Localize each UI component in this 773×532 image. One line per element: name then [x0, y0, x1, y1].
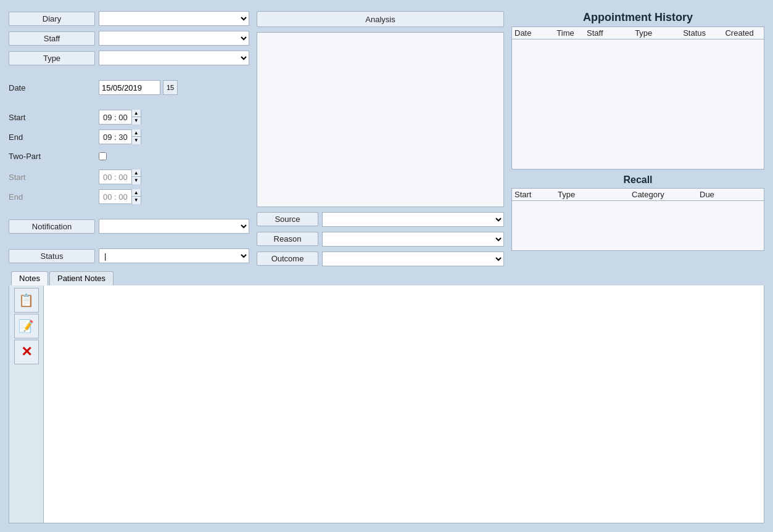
- start2-time-up[interactable]: ▲: [132, 170, 141, 177]
- notes-tabs: Notes Patient Notes: [9, 269, 764, 285]
- notification-row: Notification: [9, 219, 249, 234]
- status-row: Status |: [9, 248, 249, 263]
- diary-button[interactable]: Diary: [9, 12, 95, 26]
- tab-notes[interactable]: Notes: [11, 271, 48, 285]
- start2-time-display: 00 : 00: [99, 173, 131, 182]
- recall-table: Start Type Category Due: [511, 188, 764, 251]
- diary-row: Diary: [9, 11, 249, 26]
- main-notes-area[interactable]: [257, 32, 504, 207]
- end-time-down[interactable]: ▼: [132, 137, 141, 144]
- reason-select[interactable]: [322, 232, 504, 247]
- staff-button[interactable]: Staff: [9, 31, 95, 46]
- notification-select[interactable]: [99, 219, 249, 234]
- start-time-up[interactable]: ▲: [132, 110, 141, 117]
- recall-title: Recall: [511, 174, 764, 186]
- type-button[interactable]: Type: [9, 51, 95, 65]
- edit-note-icon: 📝: [19, 319, 34, 334]
- status-button[interactable]: Status: [9, 249, 95, 263]
- notes-body: 📋 📝 ✕: [9, 285, 764, 524]
- date-label: Date: [9, 83, 95, 92]
- notes-section: Notes Patient Notes 📋 📝 ✕: [9, 269, 764, 524]
- end2-time-up[interactable]: ▲: [132, 189, 141, 197]
- left-column: Diary Staff Type: [9, 11, 249, 266]
- separator3: [9, 209, 249, 214]
- calendar-button[interactable]: 15: [163, 80, 178, 95]
- delete-note-button[interactable]: ✕: [14, 340, 39, 364]
- notification-button[interactable]: Notification: [9, 219, 95, 234]
- th-status: Status: [683, 28, 725, 38]
- start-time-row: Start 09 : 00 ▲ ▼: [9, 110, 249, 125]
- end2-label: End: [9, 192, 95, 202]
- two-part-label: Two-Part: [9, 152, 95, 161]
- recall-section: Recall Start Type Category Due: [511, 174, 764, 251]
- type-row: Type: [9, 51, 249, 65]
- th-type: Type: [635, 28, 683, 38]
- recall-table-header: Start Type Category Due: [512, 189, 764, 201]
- end-time-display: 09 : 30: [99, 133, 131, 142]
- history-table-header: Date Time Staff Type Status Created: [512, 27, 764, 39]
- start2-time-control: 00 : 00 ▲ ▼: [99, 170, 141, 184]
- end-label: End: [9, 133, 95, 142]
- separator1: [9, 70, 249, 75]
- form-grid: Diary Staff Type: [9, 11, 764, 266]
- recall-table-body: [512, 201, 764, 250]
- outcome-button[interactable]: Outcome: [257, 252, 318, 266]
- end2-time-display: 00 : 00: [99, 192, 131, 202]
- th-staff: Staff: [587, 28, 635, 38]
- analysis-button[interactable]: Analysis: [257, 11, 504, 27]
- separator4: [9, 239, 249, 243]
- end-time-control: 09 : 30 ▲ ▼: [99, 129, 141, 144]
- new-note-icon: 📋: [19, 293, 34, 308]
- history-table-body: [512, 39, 764, 169]
- end-time-spinners: ▲ ▼: [131, 129, 141, 144]
- source-button[interactable]: Source: [257, 212, 318, 226]
- end2-time-control: 00 : 00 ▲ ▼: [99, 189, 141, 204]
- end2-time-row: End 00 : 00 ▲ ▼: [9, 189, 249, 204]
- reason-button[interactable]: Reason: [257, 232, 318, 246]
- right-column: Appointment History Date Time Staff Type…: [511, 11, 764, 266]
- start-time-display: 09 : 00: [99, 113, 131, 122]
- appointment-history-title: Appointment History: [511, 11, 764, 24]
- date-field: 15: [99, 80, 178, 95]
- rth-category: Category: [632, 190, 700, 199]
- end-time-up[interactable]: ▲: [132, 129, 141, 137]
- diary-select[interactable]: [99, 11, 249, 26]
- main-container: Diary Staff Type: [0, 0, 773, 532]
- history-table: Date Time Staff Type Status Created: [511, 27, 764, 170]
- two-part-checkbox[interactable]: [99, 152, 107, 160]
- rth-due: Due: [700, 190, 749, 199]
- start-label: Start: [9, 113, 95, 122]
- tab-patient-notes[interactable]: Patient Notes: [49, 271, 114, 285]
- two-part-row: Two-Part: [9, 152, 249, 161]
- end2-time-down[interactable]: ▼: [132, 197, 141, 204]
- source-select[interactable]: [322, 212, 504, 227]
- new-note-button[interactable]: 📋: [14, 288, 39, 313]
- end2-time-spinners: ▲ ▼: [131, 189, 141, 204]
- source-row: Source: [257, 212, 504, 227]
- start-time-down[interactable]: ▼: [132, 117, 141, 125]
- rth-type: Type: [558, 190, 632, 199]
- th-time: Time: [556, 28, 587, 38]
- reason-row: Reason: [257, 232, 504, 247]
- outcome-select[interactable]: [322, 252, 504, 266]
- type-select[interactable]: [99, 51, 249, 65]
- rth-start: Start: [515, 190, 558, 199]
- delete-note-icon: ✕: [21, 344, 32, 360]
- separator2: [9, 100, 249, 105]
- middle-column: Analysis Source Reason Outcome: [257, 11, 504, 266]
- appointment-history-section: Appointment History Date Time Staff Type…: [511, 11, 764, 170]
- end-time-row: End 09 : 30 ▲ ▼: [9, 129, 249, 144]
- notes-content-area[interactable]: [44, 285, 764, 523]
- start2-time-spinners: ▲ ▼: [131, 170, 141, 184]
- date-input[interactable]: [99, 80, 160, 95]
- status-select[interactable]: |: [99, 248, 249, 263]
- th-created: Created: [725, 28, 761, 38]
- th-date: Date: [515, 28, 556, 38]
- start2-time-down[interactable]: ▼: [132, 177, 141, 184]
- edit-note-button[interactable]: 📝: [14, 314, 39, 338]
- notes-toolbar: 📋 📝 ✕: [9, 285, 44, 523]
- staff-select[interactable]: [99, 31, 249, 46]
- outcome-row: Outcome: [257, 252, 504, 266]
- staff-row: Staff: [9, 31, 249, 46]
- start-time-spinners: ▲ ▼: [131, 110, 141, 125]
